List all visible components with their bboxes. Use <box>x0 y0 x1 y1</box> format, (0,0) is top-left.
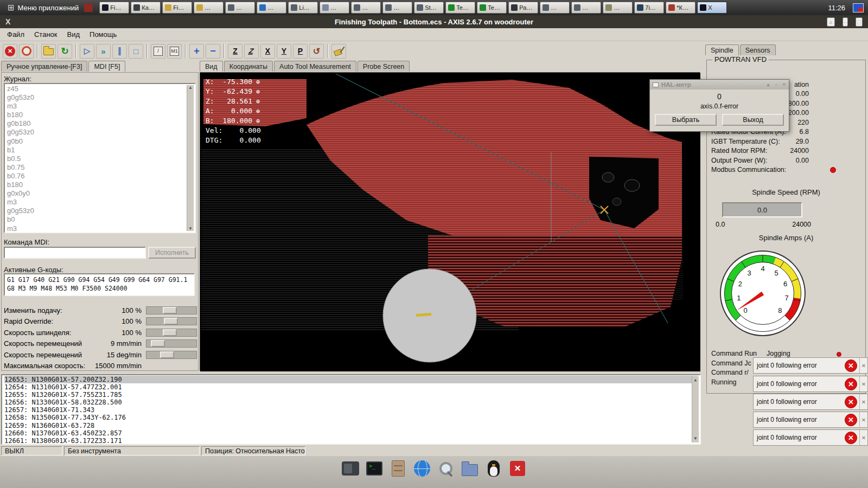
menu-item[interactable]: Вид <box>62 29 85 40</box>
reload-file-button[interactable]: ↻ <box>58 44 72 59</box>
machine-power-button[interactable] <box>19 44 34 59</box>
preview-tab[interactable]: Вид <box>200 61 223 72</box>
left-tab[interactable]: MDI [F5] <box>88 61 125 72</box>
window-control-button[interactable]: – <box>843 17 848 27</box>
rotate-view-button[interactable]: ↺ <box>309 44 324 59</box>
run-from-line-button[interactable]: » <box>96 44 111 59</box>
mdi-history-entry[interactable]: b0 <box>7 215 186 224</box>
gcode-line[interactable]: 12654: N1310G01X-57.477Z32.001 <box>4 383 698 391</box>
taskbar-window-button[interactable]: Te… <box>477 2 507 14</box>
slider-track[interactable] <box>146 351 197 359</box>
taskbar-window-button[interactable]: … <box>320 2 349 14</box>
right-tab[interactable]: Spindle <box>705 44 739 55</box>
estop-button[interactable]: ✕ <box>3 44 17 59</box>
toast-close-button[interactable]: ✕ <box>859 412 867 427</box>
mdi-history-entry[interactable]: g0x0y0 <box>7 189 186 198</box>
mdi-history-entry[interactable]: g0g53z0 <box>7 93 186 102</box>
hal-select-button[interactable]: Выбрать <box>655 114 717 126</box>
preview-tab[interactable]: Probe Screen <box>358 61 410 72</box>
taskbar-window-button[interactable]: St… <box>414 2 444 14</box>
file-cabinet-icon[interactable] <box>389 459 407 478</box>
menu-item[interactable]: Файл <box>2 29 29 40</box>
mdi-history-entry[interactable]: g0b0 <box>7 137 186 146</box>
hal-window-control-button[interactable]: ✕ <box>782 82 786 87</box>
toast-close-button[interactable]: ✕ <box>859 358 867 373</box>
block-delete-button[interactable]: / <box>151 44 165 59</box>
view-p-button[interactable]: P <box>293 44 308 59</box>
taskbar-window-button[interactable]: … <box>257 2 286 14</box>
mdi-history-entry[interactable]: g0g53z0 <box>7 128 186 137</box>
stop-button[interactable]: □ <box>129 44 143 59</box>
mdi-history-entry[interactable]: b0.75 <box>7 163 186 172</box>
toolpath-preview-canvas[interactable]: X: -75.300⊕ Y: -62.439⊕ Z: 28.561⊕ A: 0.… <box>200 72 700 371</box>
gcode-line[interactable]: 12658: N1350G01X-77.343Y-62.176 <box>4 414 698 421</box>
taskbar-window-button[interactable]: X <box>697 2 727 14</box>
mdi-history-list[interactable]: z45g0g53z0m3b180g0b180g0g53z0g0b0b1b0.5b… <box>4 83 196 233</box>
taskbar-window-button[interactable]: Ра… <box>508 2 538 14</box>
view-z-button[interactable]: Z <box>228 44 242 59</box>
preview-tab[interactable]: Auto Tool Measurement <box>274 61 356 72</box>
gcode-scrollbar[interactable]: ▲▼ <box>692 376 699 442</box>
terminal-icon[interactable] <box>365 459 384 478</box>
keyboard-layout-icon[interactable] <box>853 3 864 12</box>
taskbar-window-button[interactable]: … <box>382 2 412 14</box>
mdi-history-entry[interactable]: m3 <box>7 224 186 233</box>
slider-handle[interactable] <box>164 318 178 325</box>
taskbar-window-button[interactable]: Ка… <box>131 2 161 14</box>
taskbar-window-button[interactable]: … <box>603 2 633 14</box>
zoom-out-button[interactable]: − <box>206 44 220 59</box>
taskbar-window-button[interactable]: 7i… <box>634 2 664 14</box>
taskbar-window-button[interactable]: … <box>571 2 601 14</box>
app-launcher-icon[interactable] <box>84 3 93 12</box>
taskbar-window-button[interactable]: … <box>351 2 381 14</box>
preview-tab[interactable]: Координаты <box>224 61 273 72</box>
mdi-history-entry[interactable]: b0.76 <box>7 172 186 181</box>
gcode-line[interactable]: 12661: N1380G01X-63.172Z33.171 <box>4 437 698 445</box>
taskbar-window-button[interactable]: Li… <box>288 2 318 14</box>
optional-stop-button[interactable]: M1 <box>167 44 182 59</box>
taskbar-window-button[interactable]: … <box>540 2 570 14</box>
gcode-line[interactable]: 12659: N1360G01X-63.728 <box>4 422 698 429</box>
taskbar-window-button[interactable]: … <box>194 2 224 14</box>
view-z-rotated-button[interactable]: Z <box>244 44 259 59</box>
taskbar-window-button[interactable]: … <box>225 2 255 14</box>
hal-meter-window[interactable]: HAL-метр ▲–✕ 0 axis.0.f-error Выбрать Вы… <box>649 79 789 132</box>
clear-plot-button[interactable] <box>331 44 346 59</box>
taskbar-window-button[interactable]: Fi… <box>162 2 192 14</box>
close-icon[interactable]: ✕ <box>508 459 527 478</box>
right-tab[interactable]: Sensors <box>740 44 776 55</box>
hal-window-control-button[interactable]: – <box>775 82 777 87</box>
slider-track[interactable] <box>146 339 197 348</box>
slider-handle[interactable] <box>151 340 165 347</box>
drawing-tablet-icon[interactable] <box>341 459 360 478</box>
window-control-button[interactable]: ▲ <box>827 17 835 27</box>
toast-close-button[interactable]: ✕ <box>859 430 867 445</box>
mdi-history-entry[interactable]: m3 <box>7 102 186 111</box>
slider-handle[interactable] <box>163 307 177 314</box>
search-icon[interactable] <box>437 459 455 478</box>
menu-item[interactable]: Помощь <box>85 29 122 40</box>
zoom-in-button[interactable]: + <box>189 44 204 59</box>
taskbar-window-button[interactable]: Fi… <box>99 2 129 14</box>
taskbar-window-button[interactable]: *К… <box>666 2 695 14</box>
hal-exit-button[interactable]: Выход <box>722 114 784 126</box>
mdi-history-entry[interactable]: b180 <box>7 111 186 119</box>
penguin-icon[interactable] <box>484 459 503 478</box>
mdi-run-button[interactable]: Исполнить <box>148 247 196 259</box>
browser-icon[interactable] <box>413 459 431 478</box>
run-button[interactable]: ▷ <box>80 44 94 59</box>
taskbar-window-button[interactable]: Te… <box>445 2 475 14</box>
mdi-history-entry[interactable]: m3 <box>7 198 186 207</box>
mdi-history-entry[interactable]: g0b180 <box>7 119 186 128</box>
mdi-history-entry[interactable]: b0.5 <box>7 155 186 163</box>
view-x-button[interactable]: X <box>260 44 275 59</box>
slider-track[interactable] <box>146 317 197 325</box>
slider-track[interactable] <box>146 329 197 337</box>
hal-meter-titlebar[interactable]: HAL-метр ▲–✕ <box>650 80 789 89</box>
mdi-history-entry[interactable]: b180 <box>7 181 186 189</box>
mdi-history-entry[interactable]: z45 <box>7 85 186 93</box>
history-scrollbar[interactable]: ▲▼ <box>187 85 194 231</box>
gcode-line[interactable]: 12656: N1330G01X-58.032Z28.500 <box>4 399 698 406</box>
slider-handle[interactable] <box>160 351 174 358</box>
applications-menu-button[interactable]: ⊞ Меню приложений <box>4 1 82 14</box>
